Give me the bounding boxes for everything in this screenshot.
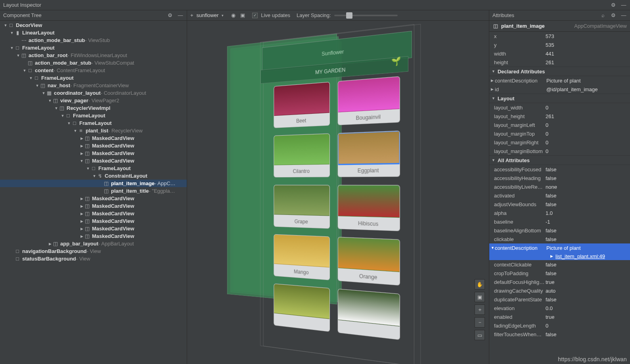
expand-arrow-icon[interactable]: ▶ — [79, 234, 84, 238]
attribute-row[interactable]: layout_marginRight0 — [489, 138, 630, 147]
tree-node[interactable]: □statusBarBackground - View — [0, 255, 187, 262]
attr-section-header[interactable]: ▼All Attributes — [489, 155, 630, 165]
zoom-out-button[interactable]: － — [475, 317, 485, 328]
expand-arrow-icon[interactable]: ▼ — [54, 106, 59, 110]
attribute-row[interactable]: y535 — [489, 40, 630, 49]
collapse-icon[interactable]: — — [177, 12, 184, 19]
component-tree[interactable]: ▼□DecorView▼▮LinearLayout⋯action_mode_ba… — [0, 21, 187, 364]
attribute-row[interactable]: activatedfalse — [489, 191, 630, 200]
attribute-row[interactable]: cropToPaddingfalse — [489, 269, 630, 278]
overlay-toggle-icon[interactable]: ▣ — [239, 12, 246, 19]
expand-arrow-icon[interactable]: ▼ — [48, 99, 52, 103]
tree-node[interactable]: ▶◫MaskedCardView — [0, 210, 187, 217]
expand-arrow-icon[interactable]: ▼ — [67, 121, 71, 125]
attribute-row[interactable]: accessibilityFocusedfalse — [489, 165, 630, 174]
tree-node[interactable]: ▶◫MaskedCardView — [0, 232, 187, 240]
minimize-icon[interactable]: — — [620, 2, 627, 8]
attribute-row[interactable]: baselineAlignBottomfalse — [489, 226, 630, 235]
expand-arrow-icon[interactable]: ▼ — [16, 54, 21, 57]
attribute-row[interactable]: clickablefalse — [489, 235, 630, 243]
source-link[interactable]: list_item_plant.xml:49 — [555, 253, 605, 259]
plant-card[interactable] — [274, 284, 330, 332]
visibility-icon[interactable]: ◉ — [230, 12, 236, 19]
tree-node[interactable]: ▼□FrameLayout — [0, 44, 187, 52]
pan-tool-button[interactable]: ✋ — [475, 279, 485, 289]
expand-arrow-icon[interactable]: ▼ — [41, 91, 46, 95]
search-icon[interactable]: ⌕ — [600, 12, 606, 19]
plant-card[interactable]: Beet — [274, 82, 330, 128]
process-selector[interactable]: + sunflower ▾ — [190, 12, 224, 18]
tree-node[interactable]: ▼↯ConstraintLayout — [0, 172, 187, 180]
plant-card[interactable]: AppCompatImageViewEggplant — [338, 130, 400, 177]
attribute-row[interactable]: layout_marginLeft0 — [489, 121, 630, 129]
tree-node[interactable]: ◫action_mode_bar_stub - ViewStubCompat — [0, 59, 187, 67]
tree-node[interactable]: □navigationBarBackground - View — [0, 247, 187, 255]
tree-node[interactable]: ▶◫MaskedCardView — [0, 217, 187, 225]
expand-arrow-icon[interactable]: ▶ — [79, 197, 84, 201]
attr-section-header[interactable]: ▼Declared Attributes — [489, 67, 630, 76]
attribute-row[interactable]: fadingEdgeLength0 — [489, 321, 630, 330]
layout-canvas[interactable]: Sunflower MY GARDEN 🌱 BeetBougainvilCila… — [187, 21, 489, 364]
gear-icon[interactable]: ⚙ — [610, 12, 617, 19]
tree-node[interactable]: ▼◫nav_host - FragmentContainerView — [0, 82, 187, 89]
tree-node[interactable]: ▼▦coordinator_layout - CoordinatorLayout — [0, 89, 187, 97]
plant-card[interactable]: Mango — [274, 234, 330, 280]
tree-node[interactable]: ▼□content - ContentFrameLayout — [0, 67, 187, 74]
expand-arrow-icon[interactable]: ▶ — [79, 136, 84, 140]
attribute-row[interactable]: defaultFocusHighlight…true — [489, 278, 630, 286]
live-updates-checkbox[interactable]: ✓ Live updates — [252, 12, 290, 18]
attribute-row[interactable]: filterTouchesWhenOb…false — [489, 330, 630, 339]
attribute-row[interactable]: x573 — [489, 32, 630, 40]
tree-node[interactable]: ▼□FrameLayout — [0, 74, 187, 82]
expand-arrow-icon[interactable]: ▼ — [29, 76, 33, 80]
attribute-row[interactable]: ▼contentDescriptionPicture of plant — [489, 243, 630, 252]
expand-arrow-icon[interactable]: ▼ — [86, 167, 90, 171]
plant-card[interactable]: Bougainvil — [338, 76, 400, 125]
tree-node[interactable]: ◫plant_item_title - "Eggpla… — [0, 187, 187, 195]
attribute-row[interactable]: duplicateParentStatefalse — [489, 295, 630, 304]
attribute-row[interactable]: drawingCacheQualityauto — [489, 286, 630, 295]
tree-node[interactable]: ▼□FrameLayout — [0, 165, 187, 172]
tree-node[interactable]: ▼◫action_bar_root - FitWindowsLinearLayo… — [0, 52, 187, 59]
tree-node[interactable]: ▼◫view_pager - ViewPager2 — [0, 97, 187, 104]
attribute-row[interactable]: height261 — [489, 58, 630, 67]
expand-arrow-icon[interactable]: ▼ — [10, 46, 14, 50]
expand-arrow-icon[interactable]: ▶ — [79, 151, 84, 155]
zoom-in-button[interactable]: ＋ — [475, 305, 485, 315]
expand-arrow-icon[interactable]: ▼ — [79, 159, 84, 163]
tree-node[interactable]: ▼≡plant_list - RecyclerView — [0, 127, 187, 134]
expand-arrow-icon[interactable]: ▼ — [60, 114, 65, 118]
plant-card[interactable]: Grape — [274, 185, 330, 228]
attribute-row[interactable]: contextClickablefalse — [489, 260, 630, 269]
attribute-row[interactable]: width441 — [489, 49, 630, 58]
plant-card[interactable]: Cilantro — [274, 133, 330, 177]
tree-node[interactable]: ▶◫MaskedCardView — [0, 195, 187, 202]
tree-node[interactable]: ▶◫app_bar_layout - AppBarLayout — [0, 240, 187, 247]
attribute-row[interactable]: layout_marginTop0 — [489, 129, 630, 138]
layer-spacing-slider[interactable] — [334, 15, 398, 16]
attribute-row[interactable]: adjustViewBoundsfalse — [489, 200, 630, 209]
tree-node[interactable]: ▶◫MaskedCardView — [0, 142, 187, 149]
tree-node[interactable]: ▼□FrameLayout — [0, 119, 187, 127]
tree-node[interactable]: ▼□DecorView — [0, 21, 187, 29]
chevron-down-icon[interactable]: ▼ — [491, 246, 495, 250]
expand-arrow-icon[interactable]: ▶ — [79, 219, 84, 223]
expand-arrow-icon[interactable]: ▶ — [79, 204, 84, 208]
attribute-row[interactable]: ▶id@id/plant_item_image — [489, 85, 630, 94]
plant-card[interactable] — [338, 289, 400, 340]
gear-icon[interactable]: ⚙ — [610, 2, 617, 8]
attr-section-header[interactable]: ▼Layout — [489, 94, 630, 103]
fit-screen-button[interactable]: ▭ — [475, 330, 485, 340]
plant-card[interactable]: Hibiscus — [338, 185, 400, 231]
expand-arrow-icon[interactable]: ▼ — [10, 31, 14, 35]
expand-arrow-icon[interactable]: ▼ — [35, 84, 40, 88]
tree-node[interactable]: ▶◫MaskedCardView — [0, 149, 187, 157]
attribute-row[interactable]: layout_marginBottom0 — [489, 147, 630, 155]
attribute-row[interactable]: accessibilityLiveRegionnone — [489, 182, 630, 191]
attribute-row[interactable]: enabledtrue — [489, 312, 630, 321]
tree-node[interactable]: ▼▮LinearLayout — [0, 29, 187, 36]
attribute-row[interactable]: layout_width0 — [489, 103, 630, 112]
tree-node[interactable]: ▼◫RecyclerViewImpl — [0, 104, 187, 112]
tree-node[interactable]: ▶◫MaskedCardView — [0, 134, 187, 142]
attribute-row[interactable]: layout_height261 — [489, 112, 630, 121]
